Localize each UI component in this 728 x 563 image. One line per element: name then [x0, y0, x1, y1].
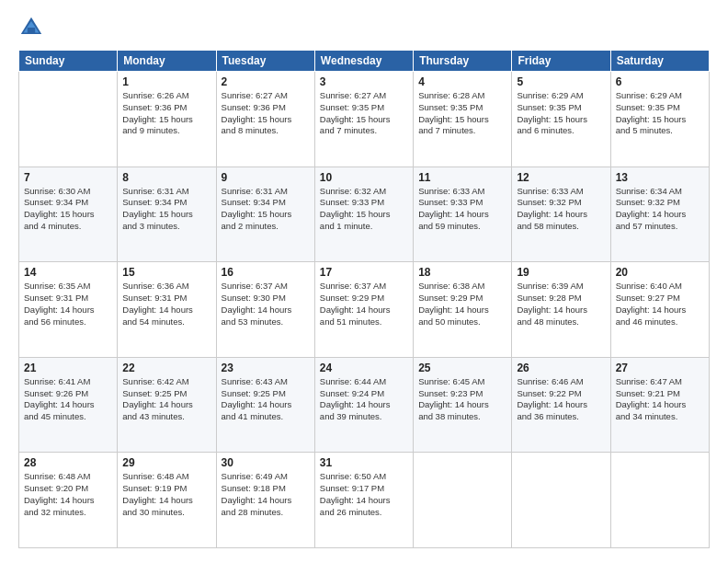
calendar-week-row: 14Sunrise: 6:35 AM Sunset: 9:31 PM Dayli… — [19, 262, 710, 358]
calendar-cell: 6Sunrise: 6:29 AM Sunset: 9:35 PM Daylig… — [610, 72, 709, 167]
calendar-cell: 25Sunrise: 6:45 AM Sunset: 9:23 PM Dayli… — [414, 357, 512, 453]
weekday-header: Wednesday — [314, 51, 413, 72]
day-number: 5 — [517, 75, 605, 88]
day-detail: Sunrise: 6:41 AM Sunset: 9:26 PM Dayligh… — [24, 376, 112, 423]
day-detail: Sunrise: 6:34 AM Sunset: 9:32 PM Dayligh… — [616, 186, 704, 233]
day-detail: Sunrise: 6:39 AM Sunset: 9:28 PM Dayligh… — [517, 281, 605, 327]
day-detail: Sunrise: 6:43 AM Sunset: 9:25 PM Dayligh… — [222, 376, 310, 423]
day-detail: Sunrise: 6:31 AM Sunset: 9:34 PM Dayligh… — [222, 186, 310, 233]
logo-icon — [18, 15, 44, 40]
calendar-cell: 21Sunrise: 6:41 AM Sunset: 9:26 PM Dayli… — [19, 357, 118, 453]
svg-rect-2 — [28, 28, 35, 34]
day-number: 11 — [418, 171, 506, 184]
day-detail: Sunrise: 6:32 AM Sunset: 9:33 PM Dayligh… — [320, 186, 408, 233]
calendar-cell: 12Sunrise: 6:33 AM Sunset: 9:32 PM Dayli… — [512, 167, 610, 262]
day-number: 1 — [122, 75, 210, 88]
day-number: 20 — [616, 266, 704, 279]
day-number: 16 — [222, 266, 310, 279]
calendar-cell: 10Sunrise: 6:32 AM Sunset: 9:33 PM Dayli… — [314, 167, 413, 262]
calendar-cell — [512, 453, 610, 548]
day-number: 18 — [418, 266, 506, 279]
weekday-header: Tuesday — [216, 51, 314, 72]
calendar-cell: 26Sunrise: 6:46 AM Sunset: 9:22 PM Dayli… — [512, 357, 610, 453]
day-detail: Sunrise: 6:30 AM Sunset: 9:34 PM Dayligh… — [24, 186, 112, 233]
calendar-cell: 3Sunrise: 6:27 AM Sunset: 9:35 PM Daylig… — [314, 72, 413, 167]
day-detail: Sunrise: 6:46 AM Sunset: 9:22 PM Dayligh… — [517, 376, 605, 423]
day-detail: Sunrise: 6:44 AM Sunset: 9:24 PM Dayligh… — [320, 376, 408, 423]
day-detail: Sunrise: 6:48 AM Sunset: 9:20 PM Dayligh… — [24, 471, 112, 518]
day-number: 24 — [320, 362, 408, 374]
day-detail: Sunrise: 6:40 AM Sunset: 9:27 PM Dayligh… — [616, 281, 704, 327]
weekday-header: Saturday — [610, 51, 709, 72]
calendar-cell: 13Sunrise: 6:34 AM Sunset: 9:32 PM Dayli… — [610, 167, 709, 262]
calendar-cell: 23Sunrise: 6:43 AM Sunset: 9:25 PM Dayli… — [216, 357, 314, 453]
day-number: 8 — [122, 171, 210, 184]
day-detail: Sunrise: 6:31 AM Sunset: 9:34 PM Dayligh… — [122, 186, 210, 233]
calendar-table: SundayMondayTuesdayWednesdayThursdayFrid… — [18, 50, 710, 548]
day-detail: Sunrise: 6:27 AM Sunset: 9:36 PM Dayligh… — [222, 90, 310, 137]
day-number: 29 — [122, 456, 210, 469]
day-number: 4 — [418, 75, 506, 88]
calendar-cell: 2Sunrise: 6:27 AM Sunset: 9:36 PM Daylig… — [216, 72, 314, 167]
calendar-cell: 4Sunrise: 6:28 AM Sunset: 9:35 PM Daylig… — [414, 72, 512, 167]
day-number: 23 — [222, 362, 310, 374]
day-number: 21 — [24, 362, 112, 374]
day-number: 15 — [122, 266, 210, 279]
day-number: 13 — [616, 171, 704, 184]
day-number: 22 — [122, 362, 210, 374]
calendar-cell: 27Sunrise: 6:47 AM Sunset: 9:21 PM Dayli… — [610, 357, 709, 453]
day-detail: Sunrise: 6:33 AM Sunset: 9:33 PM Dayligh… — [418, 186, 506, 233]
day-detail: Sunrise: 6:29 AM Sunset: 9:35 PM Dayligh… — [616, 90, 704, 137]
day-number: 6 — [616, 75, 704, 88]
day-detail: Sunrise: 6:50 AM Sunset: 9:17 PM Dayligh… — [320, 471, 408, 518]
day-number: 17 — [320, 266, 408, 279]
day-detail: Sunrise: 6:26 AM Sunset: 9:36 PM Dayligh… — [122, 90, 210, 137]
calendar-cell: 8Sunrise: 6:31 AM Sunset: 9:34 PM Daylig… — [118, 167, 216, 262]
calendar-cell: 20Sunrise: 6:40 AM Sunset: 9:27 PM Dayli… — [610, 262, 709, 358]
day-number: 25 — [418, 362, 506, 374]
calendar-cell: 22Sunrise: 6:42 AM Sunset: 9:25 PM Dayli… — [118, 357, 216, 453]
calendar-cell: 29Sunrise: 6:48 AM Sunset: 9:19 PM Dayli… — [118, 453, 216, 548]
day-detail: Sunrise: 6:47 AM Sunset: 9:21 PM Dayligh… — [616, 376, 704, 423]
day-detail: Sunrise: 6:29 AM Sunset: 9:35 PM Dayligh… — [517, 90, 605, 137]
calendar-cell: 17Sunrise: 6:37 AM Sunset: 9:29 PM Dayli… — [314, 262, 413, 358]
calendar-cell: 18Sunrise: 6:38 AM Sunset: 9:29 PM Dayli… — [414, 262, 512, 358]
calendar-week-row: 21Sunrise: 6:41 AM Sunset: 9:26 PM Dayli… — [19, 357, 710, 453]
day-number: 14 — [24, 266, 112, 279]
calendar-header-row: SundayMondayTuesdayWednesdayThursdayFrid… — [19, 51, 710, 72]
day-number: 27 — [616, 362, 704, 374]
day-number: 7 — [24, 171, 112, 184]
day-number: 2 — [222, 75, 310, 88]
weekday-header: Monday — [118, 51, 216, 72]
day-number: 31 — [320, 456, 408, 469]
calendar-cell — [19, 72, 118, 167]
day-number: 9 — [222, 171, 310, 184]
calendar-cell: 28Sunrise: 6:48 AM Sunset: 9:20 PM Dayli… — [19, 453, 118, 548]
calendar-week-row: 1Sunrise: 6:26 AM Sunset: 9:36 PM Daylig… — [19, 72, 710, 167]
day-detail: Sunrise: 6:37 AM Sunset: 9:29 PM Dayligh… — [320, 281, 408, 327]
calendar-week-row: 7Sunrise: 6:30 AM Sunset: 9:34 PM Daylig… — [19, 167, 710, 262]
calendar-cell — [414, 453, 512, 548]
calendar-cell: 1Sunrise: 6:26 AM Sunset: 9:36 PM Daylig… — [118, 72, 216, 167]
day-detail: Sunrise: 6:33 AM Sunset: 9:32 PM Dayligh… — [517, 186, 605, 233]
logo — [18, 15, 48, 40]
calendar-cell: 5Sunrise: 6:29 AM Sunset: 9:35 PM Daylig… — [512, 72, 610, 167]
calendar-cell: 14Sunrise: 6:35 AM Sunset: 9:31 PM Dayli… — [19, 262, 118, 358]
calendar-cell: 19Sunrise: 6:39 AM Sunset: 9:28 PM Dayli… — [512, 262, 610, 358]
page: SundayMondayTuesdayWednesdayThursdayFrid… — [0, 0, 728, 563]
day-number: 12 — [517, 171, 605, 184]
day-detail: Sunrise: 6:45 AM Sunset: 9:23 PM Dayligh… — [418, 376, 506, 423]
calendar-cell: 24Sunrise: 6:44 AM Sunset: 9:24 PM Dayli… — [314, 357, 413, 453]
calendar-cell: 31Sunrise: 6:50 AM Sunset: 9:17 PM Dayli… — [314, 453, 413, 548]
calendar-cell: 16Sunrise: 6:37 AM Sunset: 9:30 PM Dayli… — [216, 262, 314, 358]
day-number: 30 — [222, 456, 310, 469]
day-detail: Sunrise: 6:49 AM Sunset: 9:18 PM Dayligh… — [222, 471, 310, 518]
day-detail: Sunrise: 6:48 AM Sunset: 9:19 PM Dayligh… — [122, 471, 210, 518]
day-detail: Sunrise: 6:35 AM Sunset: 9:31 PM Dayligh… — [24, 281, 112, 327]
calendar-cell: 7Sunrise: 6:30 AM Sunset: 9:34 PM Daylig… — [19, 167, 118, 262]
day-number: 26 — [517, 362, 605, 374]
day-number: 28 — [24, 456, 112, 469]
day-detail: Sunrise: 6:38 AM Sunset: 9:29 PM Dayligh… — [418, 281, 506, 327]
calendar-cell: 30Sunrise: 6:49 AM Sunset: 9:18 PM Dayli… — [216, 453, 314, 548]
weekday-header: Sunday — [19, 51, 118, 72]
